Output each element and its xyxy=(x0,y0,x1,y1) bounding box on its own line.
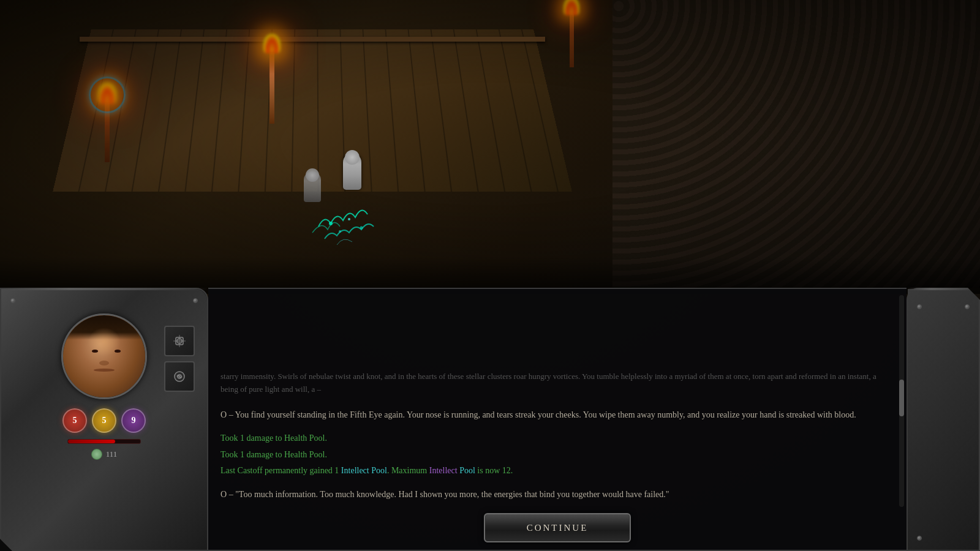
portrait-nose xyxy=(99,361,109,365)
cobblestone-floor xyxy=(612,0,980,288)
text-scroll-area: starry immensity. Swirls of nebulae twis… xyxy=(221,370,894,504)
dock-planks xyxy=(53,29,572,192)
torch-right xyxy=(564,0,579,67)
npc-head xyxy=(345,150,360,165)
portrait-mouth xyxy=(94,369,115,372)
right-panel-top-border xyxy=(908,288,979,290)
electric-effect xyxy=(282,178,404,251)
torch-center-pole xyxy=(270,50,274,124)
currency-amount: 111 xyxy=(106,449,118,459)
gain-number: is now 12. xyxy=(475,466,513,475)
svg-point-3 xyxy=(339,230,341,233)
torch-left xyxy=(98,80,116,162)
speaker-dash-1: – You find yourself standing in the Fift… xyxy=(227,410,856,419)
svg-point-0 xyxy=(329,222,333,225)
gain-pool-suffix: Pool xyxy=(458,466,475,475)
torch-right-flame xyxy=(564,0,579,15)
health-fill xyxy=(68,440,115,443)
gain-intellect-pool: Intellect Pool xyxy=(341,466,387,475)
currency-icon xyxy=(91,449,102,460)
text-spacer-3 xyxy=(221,481,894,488)
torch-right-pole xyxy=(570,12,574,67)
svg-point-7 xyxy=(178,375,181,378)
continue-button[interactable]: CONTINUE xyxy=(484,513,631,542)
narrative-line-2: O – "Too much information. Too much know… xyxy=(221,488,894,501)
speaker-prefix-2: O xyxy=(221,490,227,499)
scrollbar-track[interactable] xyxy=(899,295,904,507)
rivet-right-bl xyxy=(917,536,922,541)
stat-speed: 5 xyxy=(92,408,116,433)
skill-button-1[interactable] xyxy=(164,326,195,356)
gain-middle: . Maximum xyxy=(387,466,429,475)
speaker-prefix-1: O xyxy=(221,410,227,419)
torch-center-flame xyxy=(263,34,281,53)
continue-button-label: CONTINUE xyxy=(527,523,589,533)
gain-intellect-word: Intellect xyxy=(429,466,458,475)
rivet-tr xyxy=(193,298,198,303)
svg-point-2 xyxy=(360,227,363,230)
damage-line-1: Took 1 damage to Health Pool. xyxy=(221,432,894,445)
narrative-line-1: O – You find yourself standing in the Fi… xyxy=(221,408,894,422)
damage-line-2: Took 1 damage to Health Pool. xyxy=(221,448,894,462)
rivet-right-tr xyxy=(965,304,970,309)
panel-top-border xyxy=(1,288,207,290)
dock-railing xyxy=(80,37,545,42)
text-panel: starry immensity. Swirls of nebulae twis… xyxy=(208,288,907,551)
torch-center xyxy=(263,31,281,124)
stat-icons: 5 5 9 xyxy=(62,408,146,433)
gain-prefix-text: Last Castoff permanently gained 1 xyxy=(221,466,341,475)
svg-point-5 xyxy=(177,339,182,343)
gain-line: Last Castoff permanently gained 1 Intell… xyxy=(221,464,894,478)
continue-button-area: CONTINUE xyxy=(484,513,631,542)
scrollbar-thumb[interactable] xyxy=(899,380,904,416)
character-portrait xyxy=(63,315,145,397)
currency-display: 111 xyxy=(91,449,118,460)
ui-panel: 5 5 9 111 xyxy=(0,288,980,551)
speaker-line-2: – "Too much information. Too much knowle… xyxy=(227,490,669,499)
right-decorative-panel xyxy=(907,288,980,551)
svg-point-1 xyxy=(348,218,350,220)
torch-left-aura xyxy=(89,77,126,113)
skill-button-2[interactable] xyxy=(164,361,195,392)
character-portrait-frame xyxy=(61,313,147,399)
health-bar xyxy=(67,439,141,444)
faded-narrative-text: starry immensity. Swirls of nebulae twis… xyxy=(221,370,894,396)
skill-icons-panel xyxy=(164,326,195,392)
text-content-area: starry immensity. Swirls of nebulae twis… xyxy=(221,298,894,504)
rivet-tl xyxy=(10,298,15,303)
rivet-right-tl xyxy=(917,304,922,309)
text-spacer-1 xyxy=(221,399,894,408)
character-panel: 5 5 9 111 xyxy=(0,288,208,551)
stat-intellect: 9 xyxy=(121,408,146,433)
portrait-eye-right xyxy=(115,350,121,353)
stat-might: 5 xyxy=(62,408,87,433)
text-spacer-2 xyxy=(221,424,894,432)
